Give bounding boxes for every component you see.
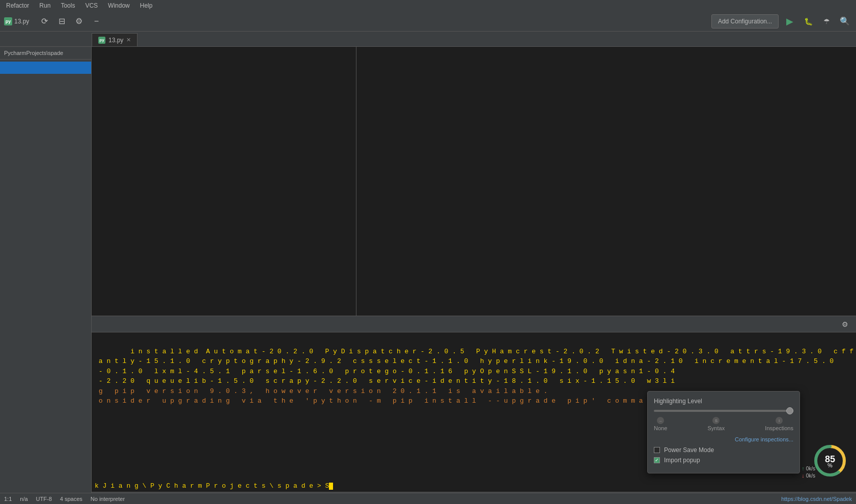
terminal-settings-icon[interactable]: ⚙ [838,317,852,331]
terminal-toolbar: ⚙ [92,316,856,332]
terminal-prompt: k J i a n g \ P y C h a r m P r o j e c … [95,482,329,490]
none-icon: – [657,417,664,424]
python-file-icon: py [4,17,12,25]
syntax-label-item: S Syntax [708,417,725,431]
slider-labels: – None S Syntax I Inspections [654,417,793,431]
project-title: py 13.py [4,17,29,25]
highlight-slider-track[interactable] [654,410,793,412]
editor-left-pane[interactable] [92,47,356,316]
menu-vcs[interactable]: VCS [83,1,100,10]
upload-arrow-icon: ↑ [802,465,805,471]
circle-percent-sign: % [827,462,833,468]
tab-file-icon: py [98,37,105,44]
inspections-label-item: I Inspections [765,417,793,431]
inspections-icon: I [776,417,783,424]
terminal-line-4: - 2 . 2 0 q u e u e l i b - 1 . 5 . 0 s … [95,377,675,385]
sidebar: PycharmProjects\spade [0,47,92,504]
none-label: None [654,425,667,431]
syntax-label: Syntax [708,425,725,431]
run-coverage-button[interactable]: ☂ [819,14,834,29]
performance-circle[interactable]: 85 % [812,443,848,479]
terminal-line-3: - 0 . 1 . 0 l x m l - 4 . 5 . 1 p a r s … [95,368,675,375]
collapse-icon[interactable]: ⊟ [54,14,69,29]
add-configuration-button[interactable]: Add Configuration... [711,14,779,29]
search-everywhere-button[interactable]: 🔍 [838,14,852,29]
menu-tools[interactable]: Tools [59,1,77,10]
menu-help[interactable]: Help [138,1,155,10]
split-pane [92,47,856,316]
download-arrow-icon: ↓ [802,472,805,479]
power-save-row: Power Save Mode [654,446,793,454]
terminal-input-line: k J i a n g \ P y C h a r m P r o j e c … [92,480,856,492]
editor-right-pane[interactable] [356,47,856,316]
cursor-position: 1:1 [4,496,12,502]
menu-run[interactable]: Run [37,1,52,10]
terminal-line-1: i n s t a l l e d A u t o m a t - 2 0 . … [126,348,856,355]
tab-bar: py 13.py ✕ [0,32,856,47]
terminal-line-5: g p i p v e r s i o n 9 . 0 . 3 , h o w … [95,387,547,395]
import-popup-checkbox[interactable]: ✓ [654,457,660,463]
menu-refactor[interactable]: Refactor [4,1,31,10]
charset-label: UTF-8 [36,496,52,502]
import-popup-label: Import popup [664,457,700,464]
status-link[interactable]: https://blog.csdn.net/Spadek [781,496,852,502]
debug-button[interactable]: 🐛 [801,14,815,29]
tab-close-button[interactable]: ✕ [126,37,131,43]
toolbar: py 13.py ⟳ ⊟ ⚙ − Add Configuration... ▶ … [0,11,856,32]
highlight-level-popup: Highlighting Level – None S Syntax I Ins… [647,391,800,473]
minimize-icon[interactable]: − [89,14,103,29]
power-save-checkbox[interactable] [654,447,660,453]
refresh-icon[interactable]: ⟳ [37,14,51,29]
terminal-line-2: a n t l y - 1 5 . 1 . 0 c r y p t o g r … [95,357,834,365]
import-popup-row: ✓ Import popup [654,457,793,464]
none-label-item: – None [654,417,667,431]
menu-window[interactable]: Window [106,1,132,10]
project-title-text: 13.py [14,18,29,25]
menu-bar: Refactor Run Tools VCS Window Help [0,0,856,11]
tab-label: 13.py [108,37,123,44]
inspections-label: Inspections [765,425,793,431]
power-save-label: Power Save Mode [664,446,714,454]
popup-title: Highlighting Level [654,398,793,405]
configure-inspections-link[interactable]: Configure inspections... [654,436,793,442]
encoding-label: n/a [20,496,27,502]
terminal-line-6: o n s i d e r u p g r a d i n g v i a t … [95,397,667,405]
syntax-icon: S [712,417,720,424]
terminal-cursor [329,483,333,490]
sidebar-path: PycharmProjects\spade [0,47,91,60]
interpreter-label[interactable]: No interpreter [91,496,125,502]
indent-label: 4 spaces [60,496,82,502]
status-bar: 1:1 n/a UTF-8 4 spaces No interpreter ht… [0,493,856,504]
file-tab-13py[interactable]: py 13.py ✕ [92,33,137,46]
sidebar-selected-item[interactable] [0,62,91,74]
highlight-slider-thumb[interactable] [786,407,793,414]
settings-icon[interactable]: ⚙ [72,14,86,29]
play-button[interactable]: ▶ [783,14,797,29]
